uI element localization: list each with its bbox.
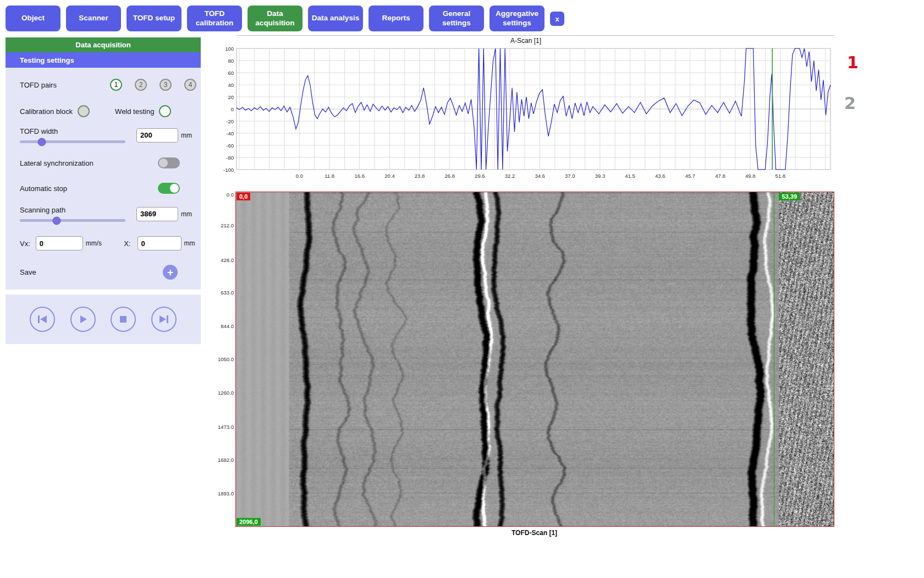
channel-marker-1[interactable]: 1 (847, 53, 859, 72)
scanning-path-row: Scanning path mm (6, 206, 201, 222)
tab-data-analysis[interactable]: Data analysis (308, 6, 363, 31)
tofd-width-slider[interactable] (20, 140, 125, 143)
test-mode-row: Calibration block Weld testing (6, 105, 201, 117)
scan-extent-badge: 2096,0 (237, 518, 261, 526)
tofd-scan-y-tick: 1260.0 (217, 390, 234, 396)
svg-text:26.8: 26.8 (444, 173, 455, 179)
tofd-scan-y-tick: 1050.0 (217, 356, 234, 362)
x-label: X: (124, 239, 130, 248)
sidebar-panel: Data acquisition Testing settings TOFD p… (6, 37, 201, 344)
tofd-scan-frame: 0,0 53,39 2096,0 (235, 192, 834, 527)
svg-text:45.7: 45.7 (685, 173, 696, 179)
scanning-path-label: Scanning path (20, 206, 136, 214)
tofd-scan-y-tick: 428.0 (217, 257, 234, 263)
vx-label: Vx: (20, 239, 30, 248)
svg-text:0.0: 0.0 (296, 173, 303, 179)
section-header-testing-settings: Testing settings (6, 52, 201, 68)
svg-text:40: 40 (228, 82, 234, 88)
tofd-pairs-row: TOFD pairs 1234 (6, 79, 201, 91)
skip-to-end-icon (158, 314, 169, 324)
stop-icon (119, 315, 128, 324)
tofd-scan-y-tick: 212.0 (217, 222, 234, 228)
tofd-pair-1[interactable]: 1 (110, 79, 122, 91)
skip-to-start-button[interactable] (30, 307, 55, 332)
tofd-scan-y-tick: 1682.0 (217, 457, 234, 463)
tofd-scan-y-tick: 633.0 (217, 290, 234, 296)
plus-icon: + (167, 266, 173, 279)
tab-general-settings[interactable]: General settings (429, 6, 484, 31)
tab-tofd-calibration[interactable]: TOFD calibration (187, 6, 242, 31)
skip-to-start-icon (37, 314, 48, 324)
x-unit: mm (184, 239, 197, 247)
play-icon (78, 314, 88, 324)
tab-object[interactable]: Object (6, 6, 61, 31)
tofd-scan-panel: 0.0212.0428.0633.0844.01050.01260.01473.… (217, 192, 834, 544)
calibration-block-radio[interactable] (78, 105, 90, 117)
svg-text:-40: -40 (226, 130, 234, 137)
svg-text:34.6: 34.6 (535, 173, 545, 179)
automatic-stop-toggle[interactable] (158, 183, 180, 194)
automatic-stop-label: Automatic stop (20, 184, 67, 193)
tofd-width-unit: mm (181, 132, 195, 139)
automatic-stop-row: Automatic stop (6, 183, 201, 194)
scanning-path-input[interactable] (136, 207, 178, 221)
tofd-scan-image[interactable] (236, 192, 834, 526)
weld-testing-label: Weld testing (115, 107, 154, 116)
svg-text:100: 100 (225, 46, 234, 52)
svg-text:20: 20 (228, 94, 234, 100)
tofd-pair-2[interactable]: 2 (135, 79, 147, 91)
tofd-scan-title: TOFD-Scan [1] (235, 529, 833, 537)
tofd-width-input[interactable] (136, 128, 178, 143)
tab-scanner[interactable]: Scanner (66, 6, 121, 31)
tofd-width-slider-thumb[interactable] (38, 138, 46, 146)
svg-text:60: 60 (228, 70, 234, 76)
ascan-plot[interactable]: 100806040200-20-40-60-80-1000.011.816.62… (217, 45, 833, 184)
vx-input[interactable] (36, 236, 83, 250)
tofd-scan-y-tick: 0.0 (217, 192, 234, 198)
svg-text:0: 0 (231, 106, 234, 112)
channel-marker-2[interactable]: 2 (844, 94, 856, 113)
svg-text:80: 80 (228, 58, 234, 64)
stop-button[interactable] (111, 307, 136, 332)
tofd-scan-y-axis: 0.0212.0428.0633.0844.01050.01260.01473.… (217, 192, 234, 527)
scanning-path-slider-thumb[interactable] (53, 216, 61, 225)
save-label: Save (20, 268, 36, 276)
svg-text:32.2: 32.2 (505, 173, 515, 179)
tofd-width-label: TOFD width (20, 127, 136, 135)
ascan-panel: A-Scan [1] 100806040200-20-40-60-80-1000… (217, 35, 834, 184)
tab-reports[interactable]: Reports (369, 6, 424, 31)
scan-origin-badge: 0,0 (237, 193, 250, 200)
tofd-pairs-label: TOFD pairs (20, 81, 97, 89)
ascan-title: A-Scan [1] (217, 36, 834, 45)
tofd-scan-y-tick: 1473.0 (217, 424, 234, 430)
svg-text:37.0: 37.0 (565, 173, 575, 179)
skip-to-end-button[interactable] (151, 307, 177, 332)
add-save-button[interactable]: + (163, 265, 178, 280)
tofd-scan-cursor-line[interactable] (774, 192, 774, 526)
weld-testing-radio[interactable] (159, 105, 171, 117)
tofd-pair-3[interactable]: 3 (160, 79, 172, 91)
tab-aggregative-settings[interactable]: Aggregative settings (490, 6, 544, 31)
close-button[interactable]: x (550, 12, 564, 26)
svg-text:43.6: 43.6 (655, 173, 666, 179)
tab-data-acquisition[interactable]: Data acquisition (248, 6, 302, 31)
svg-text:16.6: 16.6 (355, 173, 365, 179)
svg-text:-20: -20 (226, 118, 234, 124)
transport-controls (6, 295, 201, 344)
svg-text:51.8: 51.8 (776, 173, 786, 179)
tofd-pair-4[interactable]: 4 (184, 79, 196, 91)
x-input[interactable] (138, 236, 182, 250)
lateral-sync-row: Lateral synchronization (6, 157, 201, 168)
svg-text:-60: -60 (226, 143, 234, 149)
top-navigation: ObjectScannerTOFD setupTOFD calibrationD… (6, 6, 564, 31)
svg-text:-100: -100 (223, 167, 234, 173)
tofd-pairs-selector: 1234 (97, 79, 196, 91)
lateral-sync-toggle[interactable] (158, 157, 180, 168)
sidebar-title: Data acquisition (6, 37, 201, 52)
svg-text:23.8: 23.8 (415, 173, 425, 179)
scanning-path-slider[interactable] (20, 219, 125, 222)
testing-settings-panel: Data acquisition Testing settings TOFD p… (6, 37, 201, 290)
tab-tofd-setup[interactable]: TOFD setup (127, 6, 182, 31)
play-button[interactable] (70, 307, 96, 332)
svg-text:47.8: 47.8 (715, 173, 725, 179)
